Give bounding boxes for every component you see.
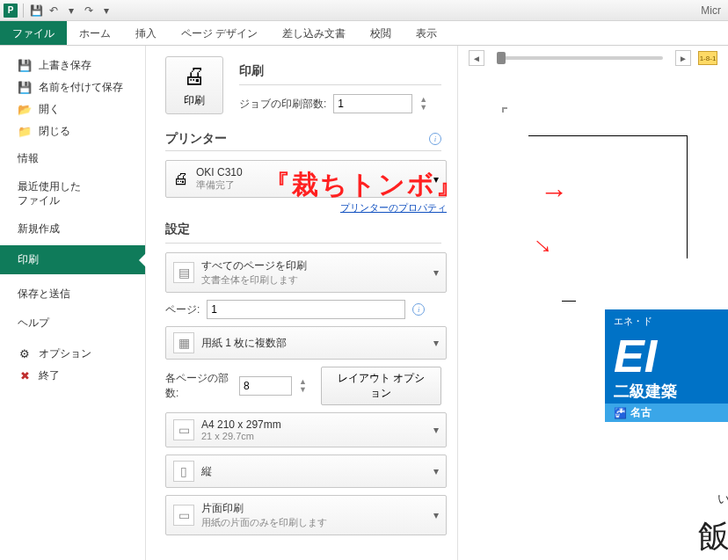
printer-status: 準備完了 [196,178,426,192]
sidebar-item-label: 閉じる [39,124,70,139]
tab-review[interactable]: 校閲 [358,21,404,45]
collate-icon: ▦ [173,332,194,353]
sidebar-item-new[interactable]: 新規作成 [0,213,145,242]
info-icon[interactable]: i [412,303,425,316]
sidebar-item-label: 開く [39,102,60,117]
folder-icon: 📁 [18,125,32,139]
printer-selector[interactable]: 🖨 OKI C310 準備完了 ▾ [165,160,447,198]
print-preview-panel: ◄ ► 1-8-1 エネ・ド EI 二級建築 🚰名古 い 飯 [457,46,728,560]
paper-title: A4 210 x 297mm [201,418,426,431]
collate-dropdown[interactable]: ▦ 用紙 1 枚に複数部 ▾ [165,326,447,360]
sidebar-item-info[interactable]: 情報 [0,142,145,171]
banner-logo: EI [605,333,728,379]
pages-input[interactable] [207,300,405,319]
print-settings-panel: 🖨 印刷 印刷 ジョブの印刷部数: ▲▼ プリンター i 🖨 OKI C310 … [146,46,457,560]
spinner-icon[interactable]: ▲▼ [419,96,427,112]
banner-small: エネ・ド [605,309,728,333]
tab-insert[interactable]: 挿入 [123,21,169,45]
duplex-dropdown[interactable]: ▭ 片面印刷 用紙の片面のみを印刷します ▾ [165,495,447,535]
duplex-sub: 用紙の片面のみを印刷します [201,516,426,529]
slider-thumb[interactable] [497,52,506,64]
orientation-dropdown[interactable]: ▯ 縦 ▾ [165,455,447,488]
sidebar-item-save[interactable]: 💾上書き保存 [0,55,145,76]
scope-sub: 文書全体を印刷します [201,273,426,287]
pages-label: ページ: [165,302,200,317]
sidebar-item-label: 上書き保存 [39,58,91,73]
chevron-down-icon: ▾ [433,266,439,279]
sidebar-item-label: オプション [39,346,91,361]
sidebar-item-help[interactable]: ヘルプ [0,307,145,336]
sidebar-item-options[interactable]: ⚙オプション [0,343,145,365]
chevron-down-icon: ▾ [433,337,439,349]
undo-icon[interactable]: ↶ [47,4,61,18]
copies-input[interactable] [333,94,412,113]
document-content: エネ・ド EI 二級建築 🚰名古 [605,309,728,422]
paper-size-dropdown[interactable]: ▭ A4 210 x 297mm 21 x 29.7cm ▾ [165,412,447,447]
scope-title: すべてのページを印刷 [201,258,426,273]
save-icon[interactable]: 💾 [29,4,43,18]
info-icon[interactable]: i [429,133,441,145]
printer-icon: 🖨 [183,62,206,90]
app-title: Micr [701,4,724,17]
pages-icon: ▤ [173,262,194,283]
next-page-button[interactable]: ► [675,50,691,66]
sidebar-item-recent[interactable]: 最近使用した ファイル [0,171,145,213]
orientation-title: 縦 [201,464,426,479]
printer-icon: 🖨 [173,170,189,188]
ribbon-tabs: ファイル ホーム 挿入 ページ デザイン 差し込み文書 校閲 表示 [0,21,728,46]
tab-page-design[interactable]: ページ デザイン [169,21,270,45]
paper-sub: 21 x 29.7cm [201,431,426,441]
chevron-down-icon: ▾ [433,173,439,185]
chevron-down-icon: ▾ [433,424,439,436]
single-side-icon: ▭ [173,505,194,526]
print-button-label: 印刷 [184,93,205,108]
print-title: 印刷 [239,63,441,79]
tab-file[interactable]: ファイル [0,21,67,45]
preview-toolbar: ◄ ► 1-8-1 [458,46,728,70]
tab-home[interactable]: ホーム [67,21,123,45]
options-icon: ⚙ [18,347,32,361]
chevron-down-icon: ▾ [433,509,439,521]
chevron-down-icon: ▾ [433,465,439,477]
banner-line2: 🚰名古 [605,404,728,422]
app-icon: P [4,4,18,18]
doc-text-small: い [717,491,728,507]
sidebar-item-exit[interactable]: ✖終了 [0,365,145,387]
sidebar-item-label: 終了 [39,368,60,383]
tab-view[interactable]: 表示 [404,21,449,45]
prev-page-button[interactable]: ◄ [469,50,484,66]
copies-per-page-input[interactable] [239,376,292,396]
save-as-icon: 💾 [18,81,32,95]
redo-icon[interactable]: ↷ [82,4,96,18]
settings-section-title: 設定 [165,222,441,237]
printer-section-title: プリンター [165,131,429,147]
banner-line1: 二級建築 [605,379,728,404]
preview-canvas: エネ・ド EI 二級建築 🚰名古 い 飯 [484,81,728,560]
printer-properties-link[interactable]: プリンターのプロパティ [340,202,447,213]
sidebar-item-save-send[interactable]: 保存と送信 [0,278,145,307]
sidebar-item-label: 名前を付けて保存 [39,80,123,95]
sidebar-item-open[interactable]: 📂開く [0,98,145,120]
sidebar-item-print[interactable]: 印刷 [0,245,145,274]
tab-mailings[interactable]: 差し込み文書 [270,21,358,45]
portrait-icon: ▯ [173,461,194,482]
doc-text-large: 飯 [698,515,728,558]
qat-customize-icon[interactable]: ▾ [99,4,113,18]
print-button[interactable]: 🖨 印刷 [165,56,223,114]
exit-icon: ✖ [18,369,32,383]
paper-icon: ▭ [173,419,194,440]
layout-options-button[interactable]: レイアウト オプション [321,367,441,405]
backstage-sidebar: 💾上書き保存 💾名前を付けて保存 📂開く 📁閉じる 情報 最近使用した ファイル… [0,46,146,560]
save-icon: 💾 [18,59,32,73]
faucet-icon: 🚰 [614,407,627,419]
undo-more-icon[interactable]: ▾ [64,4,78,18]
collate-title: 用紙 1 枚に複数部 [201,336,426,351]
sidebar-item-save-as[interactable]: 💾名前を付けて保存 [0,76,145,98]
copies-label: ジョブの印刷部数: [239,97,326,112]
folder-open-icon: 📂 [18,103,32,117]
ruler-icon[interactable]: 1-8-1 [698,51,717,65]
zoom-slider[interactable] [497,56,663,60]
sidebar-item-close[interactable]: 📁閉じる [0,120,145,142]
print-scope-dropdown[interactable]: ▤ すべてのページを印刷 文書全体を印刷します ▾ [165,252,447,293]
spinner-icon[interactable]: ▲▼ [299,378,307,394]
